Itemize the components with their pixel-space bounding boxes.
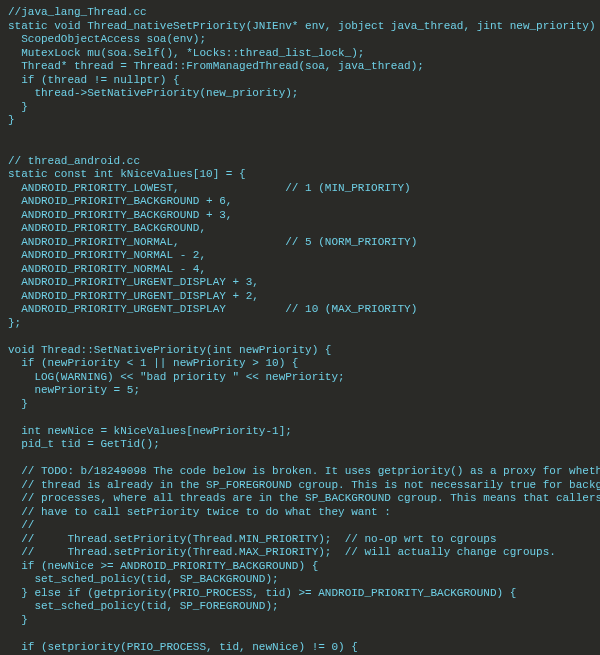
code-block: //java_lang_Thread.cc static void Thread… — [0, 0, 600, 655]
